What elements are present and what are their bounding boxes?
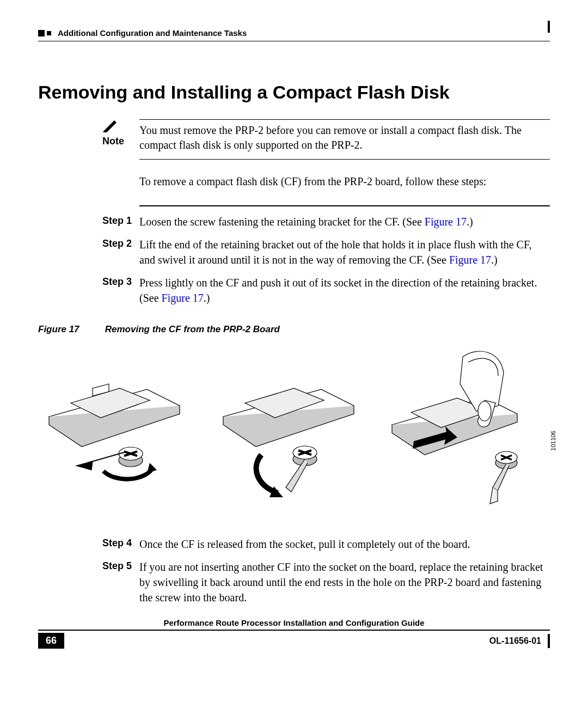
figure-ref-link[interactable]: Figure 17 xyxy=(425,216,467,228)
step-label: Step 3 xyxy=(102,275,139,306)
step-label: Step 2 xyxy=(102,237,139,267)
step-body: Loosen the screw fastening the retaining… xyxy=(139,214,550,229)
step-row: Step 2Lift the end of the retaining brac… xyxy=(102,237,550,267)
step-row: Step 3Press lightly on the CF and push i… xyxy=(102,275,550,306)
page-number: 66 xyxy=(38,633,64,649)
step-body: Once the CF is released from the socket,… xyxy=(139,536,550,552)
header-section-title: Additional Configuration and Maintenance… xyxy=(58,28,247,38)
note-label: Note xyxy=(102,136,124,147)
figure-ref-link[interactable]: Figure 17 xyxy=(162,292,204,304)
figure-ref-link[interactable]: Figure 17 xyxy=(449,254,491,266)
doc-number: OL-11656-01 xyxy=(489,636,541,646)
step-label: Step 1 xyxy=(102,214,139,229)
note-text: You must remove the PRP-2 before you can… xyxy=(139,123,550,152)
step-body: Lift the end of the retaining bracket ou… xyxy=(139,237,550,267)
step-row: Step 4Once the CF is released from the s… xyxy=(102,536,550,552)
steps-top: Step 1Loosen the screw fastening the ret… xyxy=(102,214,550,306)
figure-id: 101106 xyxy=(550,431,556,451)
crop-mark xyxy=(548,21,550,33)
footer-guide-title: Performance Route Processor Installation… xyxy=(38,618,550,631)
intro-text: To remove a compact flash disk (CF) from… xyxy=(139,174,550,189)
figure-illustration: 101106 xyxy=(38,346,550,515)
figure-panel-3 xyxy=(381,346,550,509)
footer: Performance Route Processor Installation… xyxy=(38,618,550,649)
step-row: Step 1Loosen the screw fastening the ret… xyxy=(102,214,550,229)
svg-point-4 xyxy=(478,401,491,421)
page-title: Removing and Installing a Compact Flash … xyxy=(38,82,550,103)
step-body: Press lightly on the CF and push it out … xyxy=(139,275,550,306)
step-label: Step 4 xyxy=(102,536,139,552)
step-body: If you are not inserting another CF into… xyxy=(139,559,550,605)
steps-rule xyxy=(139,205,550,206)
figure-caption: Figure 17 Removing the CF from the PRP-2… xyxy=(38,324,550,335)
figure-panel-2 xyxy=(210,346,367,509)
header-marker xyxy=(38,30,53,36)
step-label: Step 5 xyxy=(102,559,139,605)
figure-label: Figure 17 xyxy=(38,324,102,335)
step-row: Step 5If you are not inserting another C… xyxy=(102,559,550,605)
pencil-icon xyxy=(102,119,119,132)
note-block: Note You must remove the PRP-2 before yo… xyxy=(102,119,550,160)
figure-caption-text: Removing the CF from the PRP-2 Board xyxy=(105,324,280,334)
header-rule xyxy=(38,41,550,41)
crop-mark-bottom xyxy=(548,634,550,648)
figure-panel-1 xyxy=(38,346,196,509)
steps-bottom: Step 4Once the CF is released from the s… xyxy=(102,536,550,605)
